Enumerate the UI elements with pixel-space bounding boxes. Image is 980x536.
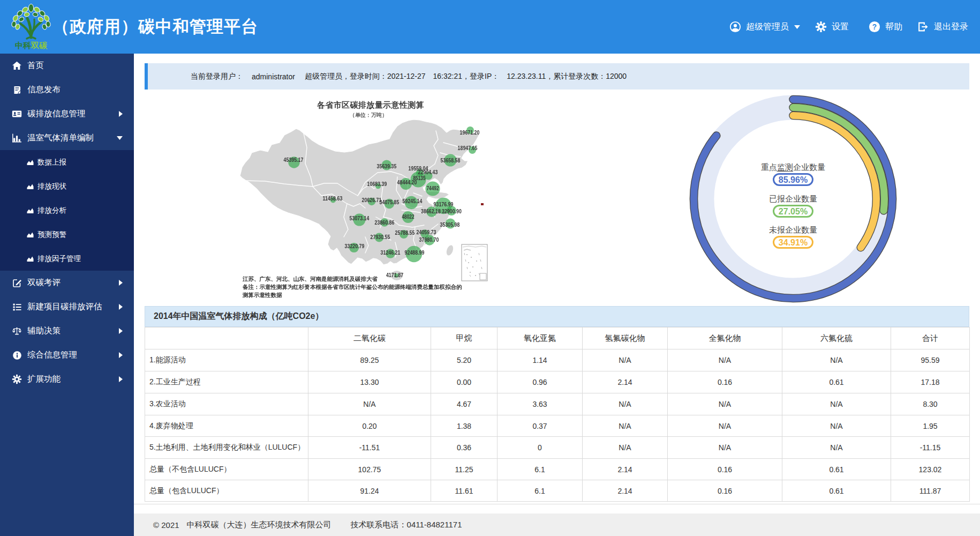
sidebar-subitem-label: 预测预警 [37, 230, 66, 240]
bar-chart-icon [12, 133, 22, 143]
column-header: 甲烷 [431, 327, 497, 349]
table-title: 2014年中国温室气体排放构成（亿吨CO2e） [145, 306, 969, 327]
sidebar-subitem-emission-factor[interactable]: 排放因子管理 [0, 247, 134, 271]
map-bubble-label-宁夏: 10683.39 [367, 181, 387, 187]
sidebar-item-label: 信息发布 [27, 84, 61, 95]
sidebar-item-carbon-info[interactable]: 碳排放信息管理 [0, 102, 134, 126]
gauge-value-reported: 27.05% [773, 205, 813, 218]
column-header: 氢氟碳化物 [583, 327, 668, 349]
table-cell: 0.00 [431, 371, 497, 393]
row-label: 1.能源活动 [145, 349, 308, 371]
map-subtitle: （单位：万吨） [350, 112, 387, 118]
map-bubble-label-重庆: 23860.86 [375, 220, 395, 226]
map-note-line: 江苏、广东、河北、山东、河南是能源消耗及碳排大省 [242, 276, 378, 282]
settings-button[interactable]: 设置 [815, 21, 849, 33]
table-row: 总量（不包含LULUCF）102.7511.256.12.140.160.611… [145, 459, 970, 480]
table-cell: N/A [668, 437, 782, 459]
sidebar-item-decision-support[interactable]: 辅助决策 [0, 319, 134, 343]
row-label: 总量（包含LULUCF） [145, 480, 308, 502]
logo-text: 中科双碳 [15, 41, 48, 50]
login-info-username: administrator [252, 72, 295, 81]
table-row: 3.农业活动N/A4.673.63N/AN/AN/A8.30 [145, 393, 970, 415]
column-header: 合计 [891, 327, 970, 349]
table-cell: N/A [668, 349, 782, 371]
svg-text:?: ? [872, 23, 877, 31]
user-menu[interactable]: 超级管理员 [729, 21, 800, 33]
table-cell: 123.02 [891, 459, 970, 480]
sidebar-item-comprehensive-info[interactable]: 综合信息管理 [0, 343, 134, 367]
footer: © 2021 中科双碳（大连）生态环境技术有限公司 技术联系电话：0411-84… [134, 513, 980, 536]
table-cell: N/A [782, 437, 891, 459]
row-label: 2.工业生产过程 [145, 371, 308, 393]
table-cell: 0.61 [782, 459, 891, 480]
sidebar-subitem-emission-status[interactable]: 排放现状 [0, 174, 134, 198]
sidebar-item-label: 双碳考评 [27, 277, 61, 288]
table-cell: N/A [583, 437, 668, 459]
table-cell: 0.96 [497, 371, 583, 393]
sidebar-item-extensions[interactable]: 扩展功能 [0, 367, 134, 391]
sidebar-item-new-project-eval[interactable]: 新建项目碳排放评估 [0, 295, 134, 319]
table-cell: 1.95 [891, 415, 970, 437]
sidebar-subitem-label: 数据上报 [37, 158, 66, 167]
sidebar-subitem-emission-analysis[interactable]: 排放分析 [0, 198, 134, 222]
logo-tree-icon: 中科双碳 [11, 4, 51, 50]
sidebar-subitem-forecast-warning[interactable]: 预测预警 [0, 222, 134, 247]
table-cell: N/A [782, 349, 891, 371]
sign-out-icon [917, 21, 929, 33]
sidebar-subitem-data-report[interactable]: 数据上报 [0, 150, 134, 174]
info-circle-icon [12, 350, 22, 360]
caret-right-icon [119, 280, 123, 286]
map-bubble-label-四川: 53073.14 [350, 215, 370, 221]
map-bubble-label-广东: 92488.99 [405, 250, 425, 256]
map-bubble-label-湖南: 25788.55 [395, 230, 415, 236]
sidebar-item-home[interactable]: 首页 [0, 54, 134, 78]
table-cell: 95.59 [891, 349, 970, 371]
question-circle-icon: ? [869, 21, 880, 33]
sidebar-item-info-publish[interactable]: 信息发布 [0, 78, 134, 102]
gear-icon [12, 374, 22, 384]
table-cell: 6.1 [497, 480, 583, 502]
map-bubble-label-海南: 4171.87 [386, 272, 404, 278]
map-bubble-label-内蒙古: 35639.35 [377, 163, 397, 169]
login-info-prefix: 当前登录用户： [191, 72, 243, 81]
map-bubble-label-贵州: 27930.55 [371, 234, 390, 240]
china-map-svg: 各省市区碳排放量示意性测算 （单位：万吨） [225, 96, 643, 311]
map-bubble-label-吉林: 18947.65 [458, 145, 478, 151]
table-cell: N/A [308, 393, 431, 415]
logout-label: 退出登录 [934, 21, 968, 33]
sidebar-item-dual-carbon-eval[interactable]: 双碳考评 [0, 271, 134, 295]
table-cell: 102.75 [308, 459, 431, 480]
table-row: 5.土地利用、土地利用变化和林业（LULUCF）-11.510.360N/AN/… [145, 437, 970, 459]
table-cell: 6.1 [497, 459, 583, 480]
table-cell: 111.87 [891, 480, 970, 502]
table-cell: 0.16 [668, 480, 782, 502]
map-bubble-label-云南: 33220.79 [345, 243, 365, 249]
sidebar-subitem-label: 排放分析 [37, 206, 66, 215]
area-chart-icon [26, 182, 34, 191]
sidebar-item-label: 扩展功能 [27, 374, 61, 385]
sidebar-item-ghg-inventory[interactable]: 温室气体清单编制 [0, 126, 134, 150]
map-bubble-label-江苏: 93176.99 [434, 202, 454, 207]
map-bubble-label-上海: 32900.90 [442, 209, 462, 214]
table-cell: 11.25 [431, 459, 497, 480]
map-bubble-label-河南: 59245.14 [403, 198, 423, 204]
map-bubble-label-山西: 48444.20 [397, 180, 417, 185]
row-label: 4.废弃物处理 [145, 415, 308, 437]
map-bubble-label-辽宁: 53658.58 [441, 158, 461, 163]
caret-right-icon [119, 376, 123, 382]
sidebar-subitem-label: 排放现状 [37, 182, 66, 191]
table-cell: N/A [583, 393, 668, 415]
settings-label: 设置 [832, 21, 849, 33]
book-icon [12, 85, 22, 95]
sidebar-item-label: 温室气体清单编制 [27, 132, 94, 144]
table-cell: 2.14 [583, 459, 668, 480]
table-cell: N/A [668, 415, 782, 437]
sidebar-item-label: 综合信息管理 [27, 349, 77, 361]
help-button[interactable]: ? 帮助 [869, 21, 902, 33]
emission-table: 二氧化碳 甲烷 氧化亚氮 氢氟碳化物 全氟化物 六氟化硫 合计 1.能源活动89… [145, 327, 970, 502]
home-icon [12, 61, 22, 71]
list-icon [12, 302, 22, 312]
caret-right-icon [119, 352, 123, 358]
logout-button[interactable]: 退出登录 [917, 21, 968, 33]
area-chart-icon [26, 158, 34, 167]
